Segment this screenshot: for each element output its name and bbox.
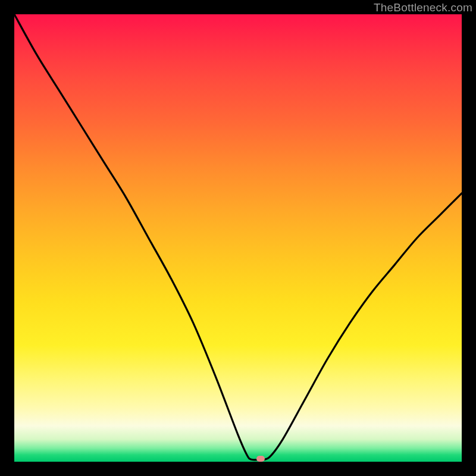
optimal-point-marker xyxy=(256,456,265,462)
watermark-text: TheBottleneck.com xyxy=(374,1,472,14)
bottleneck-curve xyxy=(14,14,462,462)
plot-area xyxy=(14,14,462,462)
chart-frame: TheBottleneck.com xyxy=(0,0,476,476)
